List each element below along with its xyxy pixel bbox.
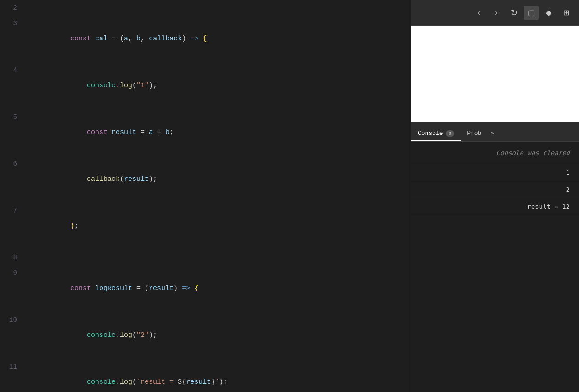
tab-console-label: Console — [418, 130, 443, 137]
console-log-row-3: result = 12 — [411, 198, 579, 215]
code-line-8: 8 — [0, 250, 411, 265]
code-line-2: 2 — [0, 0, 411, 16]
line-num-7: 7 — [0, 203, 25, 218]
console-tabs: Console 0 Prob » — [411, 122, 579, 140]
tab-prob-label: Prob — [467, 130, 481, 137]
console-log-row-2: 2 — [411, 181, 579, 198]
console-log-value-3: result = 12 — [527, 203, 570, 210]
line-num-4: 4 — [0, 62, 25, 78]
editor-panel: 2 3 const cal = (a, b, callback) => { 4 … — [0, 0, 411, 392]
preview-area — [411, 26, 579, 122]
refresh-button[interactable]: ↻ — [506, 6, 521, 20]
forward-icon: › — [495, 8, 498, 17]
line-content-5: const result = a + b; — [25, 109, 411, 156]
back-button[interactable]: ‹ — [472, 6, 486, 20]
devtools-panel: ‹ › ↻ ▢ ◆ ⊞ Console — [411, 0, 579, 392]
console-tabs-container: Console 0 Prob » — [411, 122, 579, 142]
line-content-4: console.log("1"); — [25, 62, 411, 109]
code-line-9: 9 const logResult = (result) => { — [0, 265, 411, 312]
line-num-5: 5 — [0, 109, 25, 125]
line-content-11: console.log(`result = ${result}`); — [25, 359, 411, 392]
square-icon: ▢ — [528, 8, 535, 17]
console-log-value-1: 1 — [566, 169, 570, 176]
code-line-3: 3 const cal = (a, b, callback) => { — [0, 16, 411, 62]
refresh-icon: ↻ — [511, 8, 517, 18]
line-num-9: 9 — [0, 265, 25, 281]
line-num-11: 11 — [0, 359, 25, 375]
square-button[interactable]: ▢ — [524, 6, 539, 20]
code-line-6: 6 callback(result); — [0, 156, 411, 203]
line-num-8: 8 — [0, 250, 25, 265]
main-layout: 2 3 const cal = (a, b, callback) => { 4 … — [0, 0, 579, 392]
code-line-10: 10 console.log("2"); — [0, 312, 411, 359]
forward-button[interactable]: › — [489, 6, 504, 20]
console-log-row-1: 1 — [411, 164, 579, 181]
line-num-3: 3 — [0, 16, 25, 31]
console-log-value-2: 2 — [566, 186, 570, 193]
devtools-toolbar: ‹ › ↻ ▢ ◆ ⊞ — [411, 0, 579, 26]
line-content-3: const cal = (a, b, callback) => { — [25, 16, 411, 62]
console-output[interactable]: Console was cleared 1 2 result = 12 — [411, 142, 579, 392]
code-area: 2 3 const cal = (a, b, callback) => { 4 … — [0, 0, 411, 392]
line-num-10: 10 — [0, 312, 25, 328]
console-cleared-message: Console was cleared — [411, 142, 579, 164]
code-line-5: 5 const result = a + b; — [0, 109, 411, 156]
code-line-7: 7 }; — [0, 203, 411, 250]
line-content-10: console.log("2"); — [25, 312, 411, 359]
line-content-7: }; — [25, 203, 411, 250]
code-line-4: 4 console.log("1"); — [0, 62, 411, 109]
tab-console[interactable]: Console 0 — [411, 126, 461, 141]
line-num-6: 6 — [0, 156, 25, 172]
columns-button[interactable]: ⊞ — [559, 6, 573, 20]
diamond-button[interactable]: ◆ — [541, 6, 556, 20]
columns-icon: ⊞ — [563, 8, 569, 17]
tab-prob[interactable]: Prob — [461, 126, 488, 140]
console-badge: 0 — [446, 130, 455, 137]
tab-more[interactable]: » — [488, 126, 497, 140]
diamond-icon: ◆ — [546, 8, 551, 17]
line-num-2: 2 — [0, 0, 25, 16]
line-content-9: const logResult = (result) => { — [25, 265, 411, 312]
code-line-11: 11 console.log(`result = ${result}`); — [0, 359, 411, 392]
line-content-6: callback(result); — [25, 156, 411, 203]
back-icon: ‹ — [478, 8, 480, 17]
